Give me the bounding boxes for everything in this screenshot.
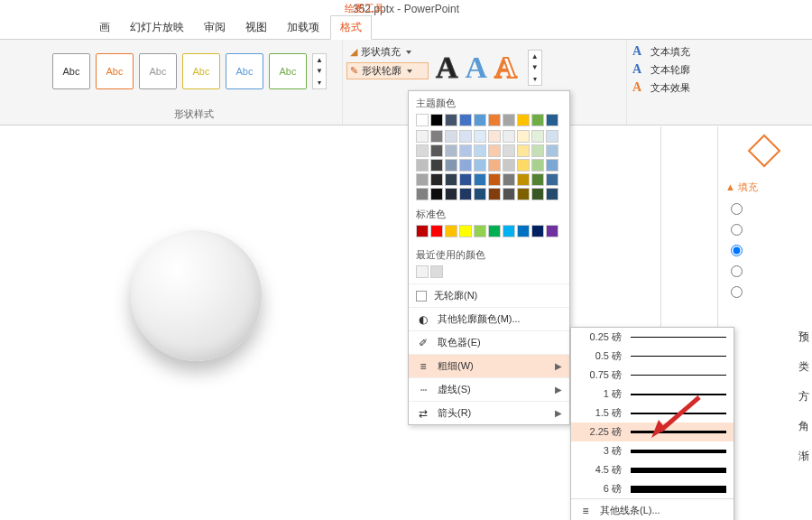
tab-picture[interactable]: 画 <box>90 16 119 39</box>
color-swatch[interactable] <box>474 159 486 172</box>
tab-addins[interactable]: 加载项 <box>278 16 328 39</box>
color-swatch[interactable] <box>459 225 472 237</box>
color-swatch[interactable] <box>416 173 429 186</box>
color-swatch[interactable] <box>459 173 472 186</box>
color-swatch[interactable] <box>430 173 443 186</box>
color-swatch[interactable] <box>416 159 429 172</box>
color-swatch[interactable] <box>503 159 515 172</box>
color-swatch[interactable] <box>416 130 429 143</box>
color-swatch[interactable] <box>546 173 558 186</box>
text-fill-button[interactable]: A 文本填充 <box>631 43 692 60</box>
color-swatch[interactable] <box>531 114 544 126</box>
color-swatch[interactable] <box>445 130 457 143</box>
color-swatch[interactable] <box>445 159 457 172</box>
color-swatch[interactable] <box>503 144 515 157</box>
tab-slideshow[interactable]: 幻灯片放映 <box>121 16 193 39</box>
color-swatch[interactable] <box>517 188 530 200</box>
eyedropper-item[interactable]: ✐ 取色器(E) <box>409 330 569 354</box>
color-swatch[interactable] <box>474 144 486 157</box>
color-swatch[interactable] <box>488 225 501 237</box>
tab-view[interactable]: 视图 <box>236 16 276 39</box>
color-swatch[interactable] <box>517 130 530 143</box>
weight-option[interactable]: 0.5 磅 <box>571 347 734 366</box>
weight-option[interactable]: 1 磅 <box>571 385 734 404</box>
color-swatch[interactable] <box>517 114 530 126</box>
color-swatch[interactable] <box>430 130 443 143</box>
color-swatch[interactable] <box>517 159 530 172</box>
color-swatch[interactable] <box>531 173 544 186</box>
weight-option[interactable]: 6 磅 <box>571 479 734 498</box>
color-swatch[interactable] <box>474 130 486 143</box>
wordart-preset-3[interactable]: A <box>494 51 517 85</box>
color-swatch[interactable] <box>488 173 501 186</box>
color-swatch[interactable] <box>459 159 472 172</box>
color-swatch[interactable] <box>546 144 558 157</box>
color-swatch[interactable] <box>488 144 501 157</box>
color-swatch[interactable] <box>459 114 472 126</box>
style-preset-1[interactable]: Abc <box>52 53 90 89</box>
wordart-gallery-expand[interactable]: ▲▼▾ <box>528 50 542 86</box>
fill-option-3[interactable] <box>731 245 807 256</box>
fill-option-2[interactable] <box>731 224 807 236</box>
color-swatch[interactable] <box>546 159 558 172</box>
color-swatch[interactable] <box>546 188 558 200</box>
weight-item[interactable]: ≡ 粗细(W) ▶ <box>409 354 569 377</box>
color-swatch[interactable] <box>546 225 558 237</box>
color-swatch[interactable] <box>546 130 558 143</box>
text-effect-button[interactable]: A 文本效果 <box>631 79 692 96</box>
color-swatch[interactable] <box>531 130 544 143</box>
color-swatch[interactable] <box>503 225 515 237</box>
weight-option[interactable]: 0.75 磅 <box>571 366 734 385</box>
shape-outline-button[interactable]: ✎ 形状轮廓 <box>346 62 429 79</box>
color-swatch[interactable] <box>416 144 429 157</box>
color-swatch[interactable] <box>416 188 429 200</box>
color-swatch[interactable] <box>531 225 544 237</box>
color-swatch[interactable] <box>503 173 515 186</box>
color-swatch[interactable] <box>488 188 501 200</box>
tab-review[interactable]: 审阅 <box>195 16 235 39</box>
text-outline-button[interactable]: A 文本轮廓 <box>631 61 692 78</box>
tab-format[interactable]: 格式 <box>330 15 372 40</box>
color-swatch[interactable] <box>503 188 515 200</box>
color-swatch[interactable] <box>430 114 443 126</box>
color-swatch[interactable] <box>459 130 472 143</box>
color-swatch[interactable] <box>430 159 443 172</box>
color-swatch[interactable] <box>474 114 486 126</box>
color-swatch[interactable] <box>459 188 472 200</box>
wordart-preset-1[interactable]: A <box>436 51 458 85</box>
color-swatch[interactable] <box>546 114 558 126</box>
style-preset-2[interactable]: Abc <box>96 53 134 89</box>
color-swatch[interactable] <box>517 144 530 157</box>
color-swatch[interactable] <box>531 159 544 172</box>
color-swatch[interactable] <box>430 225 443 237</box>
fill-option-1[interactable] <box>731 203 807 215</box>
color-swatch[interactable] <box>430 265 443 278</box>
arrows-item[interactable]: ⇄ 箭头(R) ▶ <box>409 401 569 424</box>
color-swatch[interactable] <box>488 159 501 172</box>
style-preset-3[interactable]: Abc <box>139 53 177 89</box>
color-swatch[interactable] <box>531 188 544 200</box>
weight-option[interactable]: 2.25 磅 <box>571 422 734 441</box>
fill-option-4[interactable] <box>731 265 807 277</box>
fill-option-5[interactable] <box>731 286 807 298</box>
color-swatch[interactable] <box>488 130 501 143</box>
weight-option[interactable]: 1.5 磅 <box>571 404 734 422</box>
weight-option[interactable]: 3 磅 <box>571 441 734 460</box>
color-swatch[interactable] <box>430 188 443 200</box>
style-preset-6[interactable]: Abc <box>269 53 307 89</box>
color-swatch[interactable] <box>445 173 457 186</box>
color-swatch[interactable] <box>474 188 486 200</box>
color-swatch[interactable] <box>430 144 443 157</box>
dashes-item[interactable]: ┄ 虚线(S) ▶ <box>409 377 569 401</box>
color-swatch[interactable] <box>445 144 457 157</box>
color-swatch[interactable] <box>503 130 515 143</box>
weight-option[interactable]: 4.5 磅 <box>571 460 734 479</box>
more-colors-item[interactable]: ◐ 其他轮廓颜色(M)... <box>409 307 569 330</box>
style-preset-4[interactable]: Abc <box>182 53 220 89</box>
color-swatch[interactable] <box>517 173 530 186</box>
no-outline-item[interactable]: 无轮廓(N) <box>409 283 569 307</box>
shape-circle[interactable] <box>131 230 262 361</box>
color-swatch[interactable] <box>474 173 486 186</box>
other-lines-item[interactable]: ≡其他线条(L)... <box>571 498 734 520</box>
shape-fill-button[interactable]: ◢ 形状填充 <box>346 43 429 60</box>
